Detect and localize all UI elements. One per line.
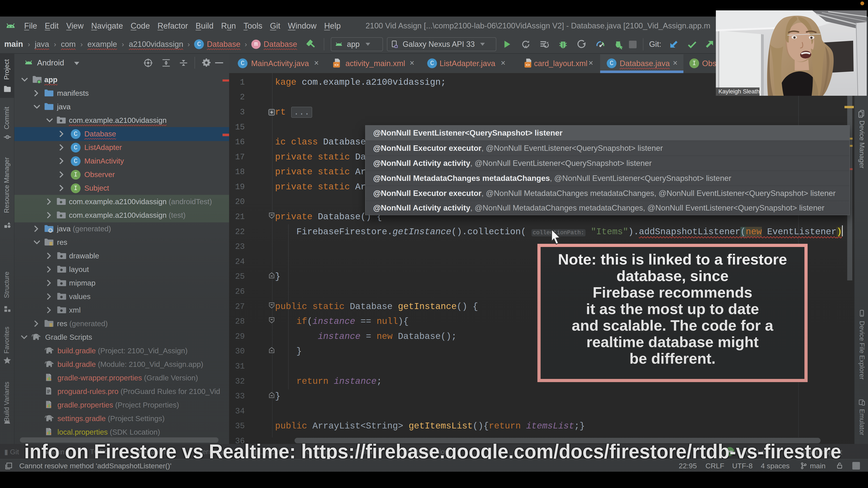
svg-text:A: A [524, 45, 527, 49]
svg-text:Kayleigh Sleath: Kayleigh Sleath [718, 88, 760, 95]
svg-text:<>: <> [334, 63, 339, 67]
svg-text:<>: <> [526, 63, 530, 67]
